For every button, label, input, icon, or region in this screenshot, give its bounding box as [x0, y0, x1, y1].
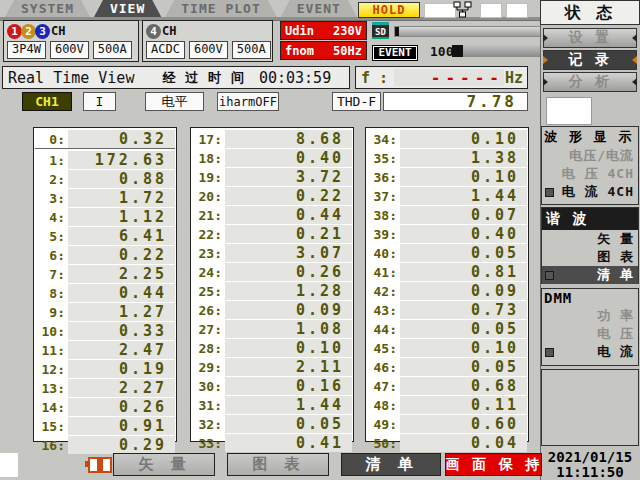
harmonic-row-32: 32:0.05 [192, 415, 352, 433]
harmonic-row-39: 39:0.40 [367, 225, 527, 243]
bottom-button-graph[interactable]: 图 表 [227, 453, 329, 476]
datetime: 2021/01/15 11:11:50 [540, 450, 640, 480]
status-menu-item-settings[interactable]: 设 置 [543, 28, 637, 48]
view-header: Real Time View 经 过 时 间 00:03:59 [2, 66, 350, 89]
channel-group-123-header: 1 2 3 CH [4, 21, 138, 41]
harmonic-row-45: 45:0.10 [367, 339, 527, 357]
iharm-button[interactable]: iharmOFF [217, 92, 279, 111]
channel-group-123-buttons: 3P4W 600V 500A [4, 41, 138, 59]
harmonic-row-31: 31:1.44 [192, 396, 352, 414]
harmonic-row-28: 28:0.10 [192, 339, 352, 357]
dmm-item-voltage[interactable]: 电 压 [542, 325, 638, 343]
dmm-item-current[interactable]: 电 流 [542, 343, 638, 361]
indicator-placeholder-box [506, 3, 528, 18]
frequency-unit: Hz [504, 69, 527, 87]
channel-select-button[interactable]: CH1 [22, 92, 72, 111]
voltage-range-button[interactable]: 600V [189, 41, 228, 59]
harmonic-row-6: 6:0.22 [35, 246, 175, 264]
lan-network-icon [452, 1, 473, 22]
harmonic-row-33: 33:0.41 [192, 434, 352, 452]
harmonic-row-40: 40:0.05 [367, 244, 527, 262]
channel-group-123: 1 2 3 CH 3P4W 600V 500A [3, 20, 139, 62]
harmonic-row-19: 19:3.72 [192, 168, 352, 186]
udin-value: 230V [333, 22, 362, 39]
page-title: Real Time View [3, 69, 134, 87]
coupling-button[interactable]: ACDC [146, 41, 185, 59]
bottom-button-list[interactable]: 清 单 [341, 453, 441, 476]
harmonic-row-37: 37:1.44 [367, 187, 527, 205]
waveform-panel: 波 形 显 示 电压/电流电 压 4CH电 流 4CH [541, 126, 639, 205]
harmonic-row-24: 24:0.26 [192, 263, 352, 281]
current-range-button[interactable]: 500A [232, 41, 271, 59]
harmonic-row-2: 2:0.88 [35, 170, 175, 188]
sd-card-icon: SD [372, 22, 389, 39]
harmonic-row-44: 44:0.05 [367, 320, 527, 338]
frequency-label: f : [356, 69, 388, 87]
harmonic-row-11: 11:2.47 [35, 341, 175, 359]
sd-usage-bar [394, 26, 542, 37]
udin-nominal-box: Udin 230V [280, 21, 367, 40]
harmonics-panel: 谐 波 矢 量图 表清 单 [541, 207, 639, 284]
tab-time-plot[interactable]: TIME PLOT [165, 0, 276, 17]
selected-bullet-icon [545, 348, 554, 357]
thd-value: 7.78 [383, 92, 528, 111]
harmonic-row-42: 42:0.09 [367, 282, 527, 300]
wiring-button[interactable]: 3P4W [7, 41, 46, 59]
tab-view[interactable]: VIEW [94, 0, 161, 17]
waveform-item-current-4ch[interactable]: 电 流 4CH [542, 183, 638, 201]
status-title: 状 态 [540, 0, 640, 25]
fnom-value: 50Hz [333, 42, 362, 59]
status-menu-item-record[interactable]: 记 录 [543, 50, 637, 70]
channel-group-4-buttons: ACDC 600V 500A [143, 41, 272, 59]
bottom-button-vector[interactable]: 矢 量 [113, 453, 215, 476]
harmonic-row-23: 23:3.07 [192, 244, 352, 262]
harmonic-row-20: 20:0.22 [192, 187, 352, 205]
ch3-circle-icon: 3 [35, 24, 50, 39]
channel-group-4: 4 CH ACDC 600V 500A [142, 20, 273, 62]
elapsed-time-value: 00:03:59 [259, 69, 331, 87]
harmonic-table-col2: 17:8.6818:0.4019:3.7220:0.2221:0.4422:0.… [190, 127, 354, 442]
harmonic-row-1: 1:172.63 [35, 151, 175, 169]
harmonic-row-4: 4:1.12 [35, 208, 175, 226]
frequency-box: f : ----- Hz [355, 66, 528, 89]
harmonic-row-25: 25:1.28 [192, 282, 352, 300]
harmonic-row-22: 22:0.21 [192, 225, 352, 243]
harmonic-row-30: 30:0.16 [192, 377, 352, 395]
ch-label: CH [162, 24, 176, 38]
tab-event[interactable]: EVENT [281, 0, 357, 17]
harmonic-row-27: 27:1.08 [192, 320, 352, 338]
elapsed-time-label: 经 过 时 间 [162, 69, 244, 87]
harmonic-row-21: 21:0.44 [192, 206, 352, 224]
item-select-button[interactable]: I [83, 92, 116, 111]
display-mode-button[interactable]: 电平 [145, 92, 204, 111]
harmonics-item-vector[interactable]: 矢 量 [542, 230, 638, 248]
harmonics-item-list[interactable]: 清 单 [542, 266, 638, 284]
ch1-circle-icon: 1 [7, 24, 22, 39]
harmonic-row-48: 48:0.11 [367, 396, 527, 414]
bottom-button-screen-hold[interactable]: 画 面 保 持 [445, 453, 542, 476]
thd-label: THD-F [332, 92, 381, 111]
harmonic-row-13: 13:2.27 [35, 379, 175, 397]
waveform-item-volt-curr[interactable]: 电压/电流 [542, 147, 638, 165]
tab-system[interactable]: SYSTEM [5, 0, 90, 17]
harmonics-item-graph[interactable]: 图 表 [542, 248, 638, 266]
date-value: 2021/01/15 [540, 450, 640, 465]
voltage-range-button[interactable]: 600V [50, 41, 89, 59]
harmonic-row-16: 16:0.29 [35, 436, 175, 454]
status-menu-item-analyze[interactable]: 分 析 [543, 72, 637, 92]
harmonic-row-17: 17:8.68 [192, 130, 352, 148]
dmm-panel: DMM 功 率电 压电 流 [541, 288, 639, 366]
dmm-panel-title: DMM [542, 289, 638, 307]
harmonic-row-36: 36:0.10 [367, 168, 527, 186]
harmonics-panel-title: 谐 波 [542, 208, 638, 230]
empty-panel [541, 369, 639, 446]
harmonic-row-34: 34:0.10 [367, 130, 527, 148]
harmonic-row-47: 47:0.68 [367, 377, 527, 395]
dmm-item-power[interactable]: 功 率 [542, 307, 638, 325]
battery-low-icon [88, 457, 112, 473]
waveform-item-voltage-4ch[interactable]: 电 压 4CH [542, 165, 638, 183]
current-range-button[interactable]: 500A [93, 41, 132, 59]
harmonic-row-50: 50:0.04 [367, 434, 527, 452]
ch-label: CH [51, 24, 65, 38]
harmonic-row-3: 3:1.72 [35, 189, 175, 207]
